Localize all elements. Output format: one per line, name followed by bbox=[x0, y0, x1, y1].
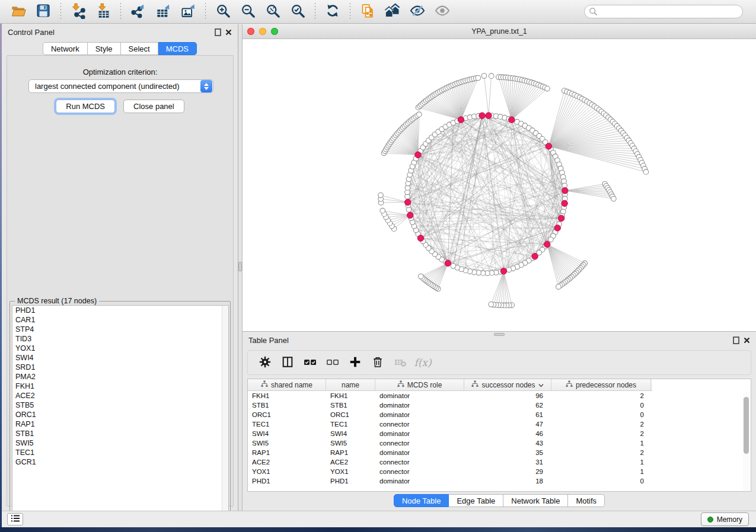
result-node[interactable]: STB1 bbox=[12, 429, 228, 438]
tab-style[interactable]: Style bbox=[88, 42, 121, 55]
result-node[interactable]: CAR1 bbox=[12, 315, 228, 325]
copy-network-button[interactable] bbox=[357, 2, 378, 21]
result-node[interactable]: YOX1 bbox=[12, 344, 228, 353]
optimization-select[interactable]: largest connected component (undirected) bbox=[28, 79, 213, 93]
hierarchy-icon bbox=[397, 380, 404, 389]
result-node[interactable]: TID3 bbox=[12, 334, 228, 344]
add-row-button[interactable] bbox=[345, 353, 365, 372]
mcds-result-list[interactable]: PHD1CAR1STP4TID3YOX1SWI4SRD1PMA2FKH1ACE2… bbox=[12, 305, 229, 518]
table-panel-grip[interactable] bbox=[494, 333, 505, 336]
table-row[interactable]: ORC1ORC1dominator610 bbox=[248, 410, 751, 419]
import-network-button[interactable] bbox=[68, 2, 89, 21]
tab-mcds[interactable]: MCDS bbox=[158, 42, 197, 55]
run-mcds-button[interactable]: Run MCDS bbox=[56, 100, 115, 113]
cell: 1 bbox=[551, 468, 651, 475]
column-label: shared name bbox=[271, 381, 312, 389]
first-neighbors-button[interactable] bbox=[382, 2, 403, 21]
checked-boxes-icon bbox=[303, 355, 317, 371]
table-row[interactable]: YOX1YOX1connector291 bbox=[248, 467, 751, 476]
result-node[interactable]: PMA2 bbox=[12, 372, 228, 382]
table-row[interactable]: SWI5SWI5connector431 bbox=[248, 438, 751, 448]
tab-node-table[interactable]: Node Table bbox=[394, 494, 449, 507]
tab-network[interactable]: Network bbox=[43, 42, 88, 55]
table-scrollbar[interactable] bbox=[743, 392, 749, 491]
result-node[interactable]: ORC1 bbox=[12, 410, 228, 419]
import-network-icon bbox=[71, 3, 87, 21]
result-node[interactable]: SWI4 bbox=[12, 353, 228, 363]
network-titlebar: YPA_prune.txt_1 bbox=[243, 24, 756, 39]
column-header-MCDS-role[interactable]: MCDS role bbox=[375, 379, 464, 390]
cell: FKH1 bbox=[248, 392, 326, 399]
column-header-successor-nodes[interactable]: successor nodes bbox=[464, 379, 551, 390]
splitter-grip[interactable] bbox=[238, 262, 242, 271]
cell: STB1 bbox=[326, 402, 375, 409]
float-panel-button[interactable] bbox=[215, 28, 221, 36]
result-node[interactable]: STB5 bbox=[12, 400, 228, 410]
tab-edge-table[interactable]: Edge Table bbox=[449, 494, 503, 507]
show-all-button[interactable] bbox=[432, 2, 453, 21]
network-canvas[interactable] bbox=[243, 39, 755, 331]
show-column-button[interactable] bbox=[277, 353, 298, 372]
table-settings-button[interactable] bbox=[255, 353, 275, 372]
function-builder-button[interactable]: f(x) bbox=[413, 353, 433, 372]
close-panel-button[interactable] bbox=[225, 29, 232, 36]
export-network-button[interactable] bbox=[127, 2, 149, 21]
table-row[interactable]: SWI4SWI4dominator462 bbox=[248, 429, 751, 438]
open-file-button[interactable] bbox=[8, 2, 29, 21]
panel-splitter[interactable] bbox=[238, 24, 243, 511]
table-row[interactable]: FKH1FKH1dominator962 bbox=[248, 391, 751, 400]
tab-motifs[interactable]: Motifs bbox=[568, 494, 605, 507]
task-history-button[interactable] bbox=[7, 513, 23, 525]
table-row[interactable]: RAP1RAP1dominator352 bbox=[248, 448, 751, 457]
import-table-button[interactable] bbox=[92, 2, 114, 21]
result-node[interactable]: TEC1 bbox=[12, 448, 228, 457]
cell: SWI4 bbox=[326, 430, 375, 437]
refresh-view-button[interactable] bbox=[322, 2, 343, 21]
column-header-name[interactable]: name bbox=[326, 379, 375, 390]
zoom-in-button[interactable] bbox=[212, 2, 234, 21]
result-node[interactable]: ACE2 bbox=[12, 391, 228, 400]
hide-selected-button[interactable] bbox=[407, 2, 428, 21]
export-image-icon bbox=[180, 3, 196, 21]
desktop-wallpaper-edge bbox=[0, 527, 756, 532]
tab-network-table[interactable]: Network Table bbox=[503, 494, 568, 507]
zoom-out-button[interactable] bbox=[237, 2, 259, 21]
tab-select[interactable]: Select bbox=[121, 42, 158, 55]
result-node[interactable]: STP4 bbox=[12, 325, 228, 334]
close-mcds-button[interactable]: Close panel bbox=[123, 100, 184, 113]
save-session-button[interactable] bbox=[33, 2, 54, 21]
result-node[interactable]: FKH1 bbox=[12, 382, 228, 391]
result-node[interactable]: PHD1 bbox=[12, 306, 228, 315]
delete-row-button[interactable] bbox=[368, 353, 388, 372]
zoom-selected-button[interactable] bbox=[287, 2, 308, 21]
select-all-button[interactable] bbox=[300, 353, 320, 372]
table-row[interactable]: STB1STB1dominator620 bbox=[248, 400, 751, 410]
result-node[interactable]: SWI5 bbox=[12, 438, 228, 448]
float-table-panel-button[interactable] bbox=[733, 336, 739, 344]
close-table-panel-button[interactable] bbox=[744, 337, 750, 344]
result-node[interactable]: RAP1 bbox=[12, 419, 228, 429]
cell: YOX1 bbox=[248, 468, 326, 475]
result-scrollbar[interactable] bbox=[222, 306, 228, 517]
cell: FKH1 bbox=[326, 392, 375, 399]
hierarchy-icon bbox=[471, 380, 479, 389]
zoom-fit-button[interactable] bbox=[262, 2, 283, 21]
unselect-all-button[interactable] bbox=[323, 353, 343, 372]
result-node[interactable]: SRD1 bbox=[12, 363, 228, 372]
column-header-shared-name[interactable]: shared name bbox=[248, 379, 326, 390]
search-input[interactable] bbox=[584, 5, 743, 18]
fx-icon: f(x) bbox=[414, 357, 431, 368]
memory-button[interactable]: Memory bbox=[701, 512, 749, 526]
column-header-predecessor-nodes[interactable]: predecessor nodes bbox=[551, 379, 651, 390]
result-node[interactable]: GCR1 bbox=[12, 457, 228, 467]
export-image-button[interactable] bbox=[177, 2, 199, 21]
delete-table-button[interactable] bbox=[390, 353, 410, 372]
table-row[interactable]: ACE2ACE2connector311 bbox=[248, 457, 751, 467]
table-row[interactable]: TEC1TEC1connector472 bbox=[248, 419, 751, 429]
trash-icon bbox=[371, 355, 384, 370]
export-table-button[interactable] bbox=[152, 2, 174, 21]
table-row[interactable]: PHD1PHD1dominator180 bbox=[248, 476, 751, 486]
cell: SWI4 bbox=[248, 430, 326, 437]
table-scrollbar-thumb[interactable] bbox=[744, 397, 749, 454]
export-network-icon bbox=[130, 3, 146, 21]
